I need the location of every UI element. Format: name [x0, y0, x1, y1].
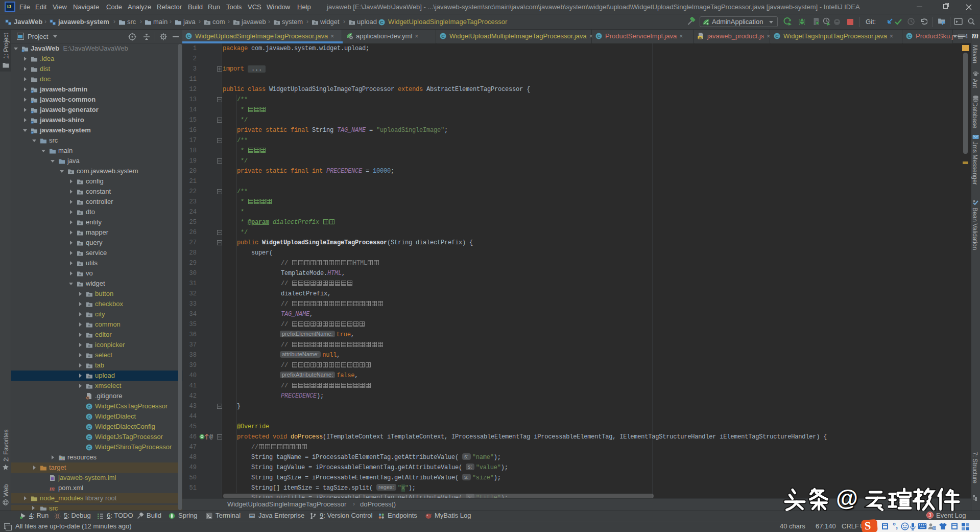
- svg-text:C: C: [380, 20, 384, 25]
- svg-text:18: 18: [933, 527, 936, 530]
- svg-text:C: C: [87, 435, 91, 440]
- svg-text:C: C: [907, 34, 911, 39]
- svg-text:C: C: [597, 34, 601, 39]
- svg-text:C: C: [775, 34, 779, 39]
- svg-text:C: C: [87, 404, 91, 409]
- svg-text:m: m: [50, 485, 55, 492]
- svg-text:C: C: [87, 414, 91, 420]
- svg-text:C: C: [87, 445, 91, 450]
- svg-text:C: C: [187, 34, 190, 39]
- svg-text:JS: JS: [699, 36, 702, 39]
- svg-text:C: C: [87, 425, 91, 430]
- svg-text:C: C: [441, 34, 445, 39]
